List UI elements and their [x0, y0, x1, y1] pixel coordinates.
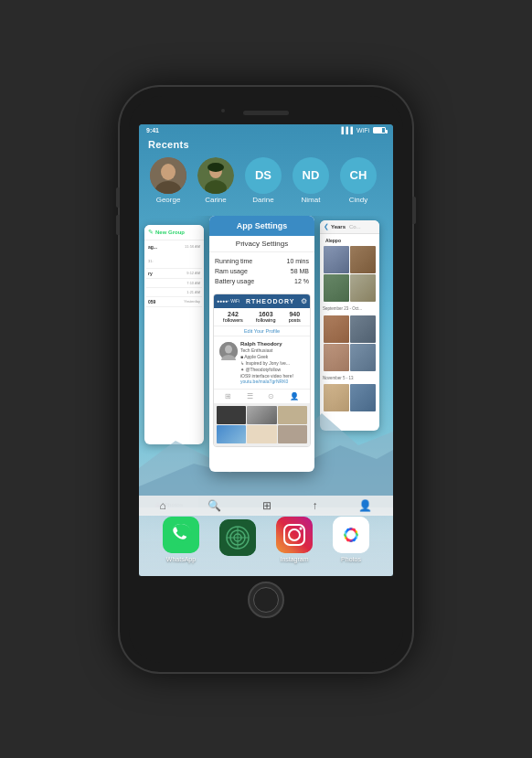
dock-pattern-app[interactable] [219, 519, 256, 559]
whatsapp-header: ✎ New Group [144, 225, 204, 240]
stat-running-time: Running time 10 mins [215, 256, 309, 266]
profile-photo-grid [214, 403, 310, 446]
photo-5 [324, 315, 349, 343]
avatar-darine-name: Darine [252, 196, 274, 204]
chat-item-4: 1:21 AM [146, 288, 202, 297]
photos-date-1: September 23 - Oct... [320, 304, 379, 313]
stat-battery: Battery usage 12 % [215, 276, 309, 286]
avatar-darine-circle: DS [245, 157, 282, 194]
grid-photo-6 [278, 425, 307, 443]
dock-photos[interactable]: Photos [333, 517, 369, 562]
photo-6 [350, 315, 376, 343]
photo-7 [324, 344, 349, 371]
avatar-cindy[interactable]: CH Cindy [338, 157, 378, 204]
avatar-george-name: George [156, 196, 181, 204]
app-stats: Running time 10 mins Ram usage 58 MB Bat… [209, 252, 314, 290]
phone-frame: 9:41 ▐▐▐ WiFi Recents [120, 87, 412, 672]
app-settings-card[interactable]: App Settings Privacy Settings Running ti… [209, 216, 314, 472]
avatar-carine-name: Carine [205, 196, 227, 204]
phone-body: 9:41 ▐▐▐ WiFi Recents [129, 96, 403, 663]
app-dock: WhatsApp [139, 507, 393, 576]
phone-screen: 9:41 ▐▐▐ WiFi Recents [139, 124, 393, 576]
location-icon: ⊙ [268, 392, 274, 400]
avatar-cindy-circle: CH [340, 157, 377, 194]
ios-share-icon[interactable]: ↑ [313, 499, 318, 512]
grid-icon: ⊞ [225, 392, 231, 400]
photos-header: ❮ Years Co... [320, 220, 379, 234]
photos-app-icon[interactable] [333, 517, 369, 553]
profile-mini-card[interactable]: ●●●●▫ WiFi RTHEODORY ⚙ 242 followers 160… [213, 294, 311, 447]
avatar-nimat-name: Nimat [302, 196, 321, 204]
grid-photo-5 [247, 425, 276, 443]
battery-icon [373, 127, 386, 133]
avatar-cindy-name: Cindy [349, 196, 367, 204]
photo-1 [324, 246, 349, 273]
photos-section-2 [320, 313, 379, 374]
ios-nav-bar[interactable]: ⌂ 🔍 ⊞ ↑ 👤 [139, 496, 393, 516]
dock-instagram[interactable]: Instagram [276, 517, 313, 562]
privacy-settings-title: Privacy Settings [209, 236, 314, 252]
edit-profile-link[interactable]: Edit Your Profile [214, 326, 310, 336]
whatsapp-label: WhatsApp [166, 556, 196, 562]
avatar-carine[interactable]: Carine [196, 157, 236, 204]
recents-section: Recents George [148, 139, 384, 204]
photos-label: Photos [341, 556, 361, 562]
chat-item-3: 7:10 AM [146, 279, 202, 288]
recents-avatars: George Carine [148, 157, 384, 204]
avatar-carine-photo [197, 157, 234, 194]
status-bar: 9:41 ▐▐▐ WiFi [139, 124, 393, 137]
recents-label: Recents [148, 139, 384, 150]
svg-point-8 [207, 163, 224, 172]
back-arrow-icon: ❮ [324, 223, 329, 230]
settings-gear-icon: ⚙ [301, 297, 307, 305]
speaker-grille [243, 111, 289, 115]
dock-whatsapp[interactable]: WhatsApp [163, 517, 199, 562]
status-time: 9:41 [146, 127, 159, 133]
photo-2 [350, 246, 376, 273]
ios-search-icon[interactable]: 🔍 [207, 499, 221, 512]
list-icon: ☰ [247, 392, 253, 400]
avatar-george[interactable]: George [148, 157, 188, 204]
svg-point-3 [161, 164, 176, 180]
avatar-nimat-circle: ND [293, 157, 329, 194]
avatar-nimat[interactable]: ND Nimat [291, 157, 331, 204]
photo-4 [350, 274, 376, 302]
photos-grid-2 [323, 315, 377, 372]
signal-status: ●●●●▫ WiFi [217, 298, 239, 304]
avatar-george-photo [150, 157, 186, 194]
stat-ram: Ram usage 58 MB [215, 266, 309, 276]
power-button[interactable] [412, 197, 416, 224]
status-icons: ▐▐▐ WiFi [339, 127, 386, 133]
avatar-darine[interactable]: DS Darine [243, 157, 283, 204]
ios-profile-nav-icon[interactable]: 👤 [358, 499, 372, 512]
photo-3 [324, 274, 349, 302]
photos-subtitle: Co... [349, 224, 361, 230]
whatsapp-new-group: New Group [155, 230, 185, 235]
profile-avatar-thumb [219, 342, 238, 360]
ios-back-icon[interactable]: ⌂ [159, 499, 165, 512]
volume-up-button[interactable] [116, 187, 120, 208]
volume-down-button[interactable] [116, 215, 120, 235]
profile-mini-header: ●●●●▫ WiFi RTHEODORY ⚙ [214, 294, 310, 308]
grid-photo-3 [278, 406, 307, 424]
svg-point-33 [346, 530, 356, 539]
signal-icon: ▐▐▐ [339, 127, 353, 133]
sensor [307, 109, 311, 112]
grid-photo-4 [217, 425, 246, 443]
pattern-app-icon[interactable] [219, 519, 256, 556]
svg-point-23 [300, 527, 303, 529]
whatsapp-app-icon[interactable] [163, 517, 199, 553]
home-button-inner [253, 587, 279, 613]
photos-section-1: Aleppo [320, 234, 379, 304]
home-button[interactable] [248, 582, 284, 618]
grid-photo-2 [247, 406, 276, 424]
photos-grid-1 [323, 245, 377, 303]
profile-tabs: ⊞ ☰ ⊙ 👤 [214, 389, 310, 403]
instagram-app-icon[interactable] [276, 517, 313, 553]
photos-date-2: November 5 - 13 [320, 374, 379, 382]
ios-apps-icon[interactable]: ⊞ [262, 499, 271, 512]
camera-dot [221, 109, 225, 112]
app-settings-title: App Settings [209, 216, 314, 236]
chat-item-1: ag... 11:56 AM 31: [146, 242, 202, 269]
photo-8 [350, 344, 376, 371]
